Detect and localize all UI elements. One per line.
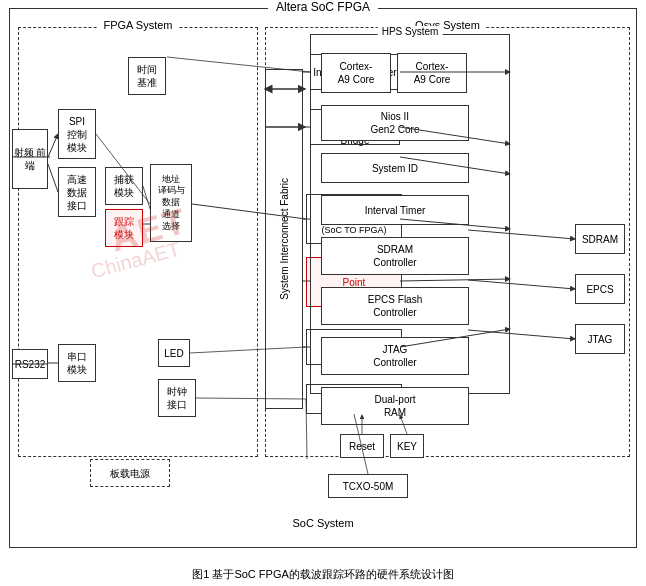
epcs-block: EPCS — [575, 274, 625, 304]
fabric-text: System Interconnect Fabric — [278, 178, 291, 300]
jtag-ctrl-block: JTAG Controller — [321, 337, 469, 375]
led-block: LED — [158, 339, 190, 367]
interval-timer-block: Interval Timer — [321, 195, 469, 225]
hps-system-title: HPS System — [378, 26, 443, 37]
cortex-a9-2-block: Cortex- A9 Core — [397, 53, 467, 93]
serial-block: 串口 模块 — [58, 344, 96, 382]
soc-system-label: SoC System — [292, 517, 353, 529]
sdram-block: SDRAM — [575, 224, 625, 254]
capture-block: 捕获 模块 — [105, 167, 143, 205]
track-block: 跟踪 模块 — [105, 209, 143, 247]
page: Altera SoC FPGA AET ChinaAET FPGA System… — [0, 0, 646, 586]
rs232-block: RS232 — [12, 349, 48, 379]
spi-block: SPI 控制 模块 — [58, 109, 96, 159]
fpga-system-title: FPGA System — [97, 19, 178, 31]
fabric-box: System Interconnect Fabric — [265, 69, 303, 409]
addr-encode-block: 地址 译码与 数据 通道 选择 — [150, 164, 192, 242]
sdram-ctrl-block: SDRAM Controller — [321, 237, 469, 275]
epcs-flash-block: EPCS Flash Controller — [321, 287, 469, 325]
hps-system-box: HPS System Cortex- A9 Core Cortex- A9 Co… — [310, 34, 510, 394]
power-block: 板载电源 — [90, 459, 170, 487]
time-base-block: 时间 基准 — [128, 57, 166, 95]
caption: 图1 基于SoC FPGA的载波跟踪环路的硬件系统设计图 — [192, 567, 454, 582]
main-border: Altera SoC FPGA AET ChinaAET FPGA System… — [9, 8, 637, 548]
dual-port-ram-block: Dual-port RAM — [321, 387, 469, 425]
system-id-block: System ID — [321, 153, 469, 183]
reset-block: Reset — [340, 434, 384, 458]
nios2-block: Nios II Gen2 Core — [321, 105, 469, 141]
tcxo-block: TCXO-50M — [328, 474, 408, 498]
main-title: Altera SoC FPGA — [268, 0, 378, 14]
cortex-a9-1-block: Cortex- A9 Core — [321, 53, 391, 93]
jtag-block: JTAG — [575, 324, 625, 354]
key-block: KEY — [390, 434, 424, 458]
radio-front-block: 射频 前端 — [12, 129, 48, 189]
high-speed-block: 高速 数据 接口 — [58, 167, 96, 217]
clock-if-block: 时钟 接口 — [158, 379, 196, 417]
